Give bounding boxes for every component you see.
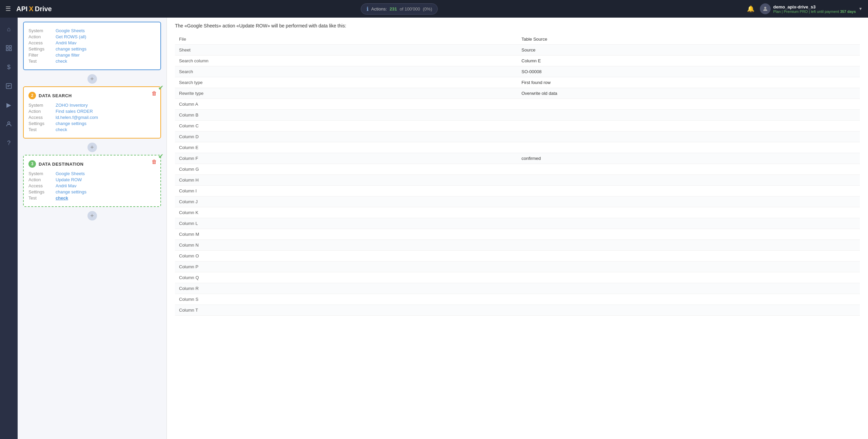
right-panel: The «Google Sheets» action «Update ROW» … [167, 18, 868, 439]
topbar-right: 🔔 demo_apix-drive_s3 Plan | Premium PRO … [747, 3, 863, 14]
table-cell-label: Column M [175, 229, 517, 240]
sidebar-item-home[interactable]: ⌂ [3, 23, 15, 35]
data-preview-table: FileTable SourceSheetSourceSearch column… [175, 34, 860, 316]
table-cell-label: Column H [175, 175, 517, 186]
table-row: Column B [175, 110, 860, 121]
c3-access-value[interactable]: Andrii Mav [56, 183, 76, 188]
sidebar-item-help[interactable]: ? [3, 137, 15, 149]
c3-settings-value[interactable]: change settings [56, 189, 86, 194]
table-row: Column T [175, 305, 860, 316]
logo-api-text: API [16, 5, 27, 13]
table-cell-value [517, 251, 860, 262]
card3-delete-button[interactable]: 🗑 [152, 159, 157, 165]
card-action-row: Action Get ROWS (all) [28, 34, 156, 39]
card3-action-row: Action Update ROW [28, 177, 156, 182]
table-cell-value [517, 131, 860, 142]
card3-number: 3 [28, 160, 36, 168]
settings-value[interactable]: change settings [56, 46, 86, 51]
card2-test-row: Test check [28, 127, 156, 132]
table-row: Column K [175, 207, 860, 218]
sidebar-item-video[interactable]: ▶ [3, 99, 15, 111]
table-cell-label: Column R [175, 283, 517, 294]
c3-system-label: System [28, 171, 56, 176]
sidebar-item-tasks[interactable] [3, 80, 15, 92]
table-cell-label: Search type [175, 77, 517, 88]
table-cell-value: Overwrite old data [517, 88, 860, 99]
logo: APIXDrive [16, 5, 52, 13]
table-cell-label: Sheet [175, 45, 517, 56]
notification-bell-icon[interactable]: 🔔 [747, 5, 754, 13]
table-cell-value: SO-00008 [517, 66, 860, 77]
table-cell-value: Table Source [517, 34, 860, 45]
card2-action-row: Action Find sales ORDER [28, 109, 156, 114]
user-name: demo_apix-drive_s3 [773, 4, 856, 9]
table-cell-value: First found row [517, 77, 860, 88]
table-cell-label: Column L [175, 218, 517, 229]
right-panel-header: The «Google Sheets» action «Update ROW» … [175, 23, 860, 28]
card-title: DATA SEARCH [39, 93, 72, 98]
table-cell-label: Column K [175, 207, 517, 218]
table-cell-label: Column Q [175, 272, 517, 283]
table-cell-value [517, 121, 860, 131]
actions-percent: (0%) [423, 6, 432, 12]
menu-icon[interactable]: ☰ [5, 5, 11, 13]
card3-access-row: Access Andrii Mav [28, 183, 156, 188]
card-delete-button[interactable]: 🗑 [152, 90, 157, 97]
c3-test-value[interactable]: check [56, 195, 68, 201]
table-cell-label: Column E [175, 142, 517, 153]
add-step-button-2[interactable]: + [87, 143, 97, 152]
table-cell-value [517, 294, 860, 305]
card-data-search: ✔ 🗑 2 DATA SEARCH System ZOHO Inventory … [23, 86, 161, 139]
table-cell-label: Column T [175, 305, 517, 316]
table-cell-label: Column I [175, 186, 517, 196]
svg-rect-4 [9, 49, 12, 51]
action-value[interactable]: Get ROWS (all) [56, 34, 86, 39]
user-plan: Plan | Premium PRO | left until payment … [773, 9, 856, 14]
c2-action-value[interactable]: Find sales ORDER [56, 109, 93, 114]
c3-system-value[interactable]: Google Sheets [56, 171, 85, 176]
c3-test-label: Test [28, 195, 56, 201]
table-row: Rewrite typeOverwrite old data [175, 88, 860, 99]
user-menu[interactable]: demo_apix-drive_s3 Plan | Premium PRO | … [760, 3, 863, 14]
system-value[interactable]: Google Sheets [56, 28, 85, 33]
access-value[interactable]: Andrii Mav [56, 40, 76, 45]
table-row: Column D [175, 131, 860, 142]
card-settings-row: Settings change settings [28, 46, 156, 51]
add-step-button-1[interactable]: + [87, 74, 97, 84]
user-info: demo_apix-drive_s3 Plan | Premium PRO | … [773, 4, 856, 14]
c2-settings-value[interactable]: change settings [56, 121, 86, 126]
table-row: Column P [175, 262, 860, 272]
c3-access-label: Access [28, 183, 56, 188]
sidebar-item-profile[interactable] [3, 118, 15, 130]
table-row: Column N [175, 240, 860, 251]
svg-point-0 [764, 7, 766, 9]
c2-access-label: Access [28, 115, 56, 120]
test-value[interactable]: check [56, 59, 67, 64]
table-row: Column A [175, 99, 860, 110]
card-data-destination: ✔ 🗑 3 DATA DESTINATION System Google She… [23, 155, 161, 207]
c2-test-value[interactable]: check [56, 127, 67, 132]
table-row: FileTable Source [175, 34, 860, 45]
table-cell-label: Column D [175, 131, 517, 142]
table-row: Column I [175, 186, 860, 196]
c2-action-label: Action [28, 109, 56, 114]
table-cell-value: Source [517, 45, 860, 56]
sidebar-item-org[interactable] [3, 42, 15, 54]
c2-access-value[interactable]: ld.helen.f@gmail.com [56, 115, 98, 120]
filter-value[interactable]: change filter [56, 53, 80, 58]
chevron-down-icon: ▼ [859, 6, 863, 11]
c2-system-value[interactable]: ZOHO Inventory [56, 103, 88, 108]
table-row: Column O [175, 251, 860, 262]
table-cell-label: Column C [175, 121, 517, 131]
table-cell-value [517, 164, 860, 175]
table-cell-value [517, 262, 860, 272]
sidebar-item-billing[interactable]: $ [3, 61, 15, 73]
svg-rect-3 [6, 49, 8, 51]
table-cell-label: Column A [175, 99, 517, 110]
svg-point-6 [8, 122, 10, 124]
table-row: Search typeFirst found row [175, 77, 860, 88]
add-step-button-3[interactable]: + [87, 211, 97, 221]
user-avatar [760, 3, 771, 14]
svg-rect-5 [6, 84, 12, 89]
c3-action-value[interactable]: Update ROW [56, 177, 82, 182]
